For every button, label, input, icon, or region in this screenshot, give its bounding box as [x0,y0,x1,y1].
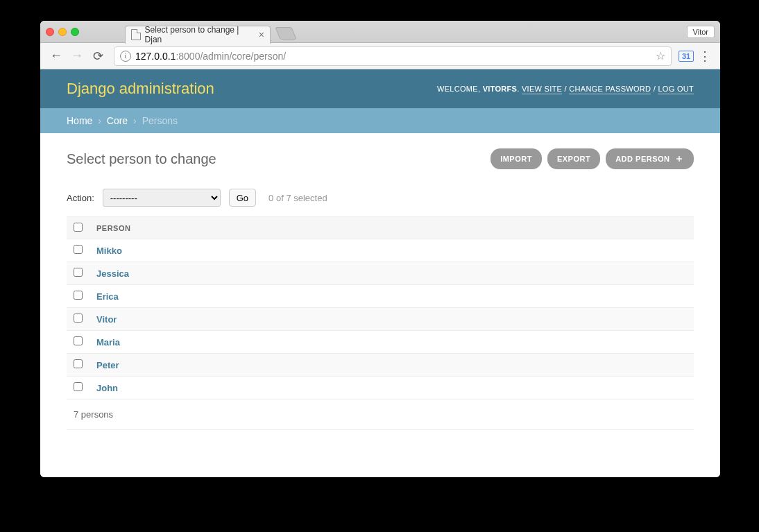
person-link[interactable]: Peter [96,360,119,370]
address-bar: ← → ⟳ i 127.0.0.1:8000/admin/core/person… [40,43,720,69]
object-tools: IMPORT EXPORT ADD PERSON＋ [491,148,694,169]
browser-menu-button[interactable]: ⋮ [697,49,713,64]
export-label: EXPORT [557,155,590,163]
site-info-icon[interactable]: i [120,51,131,62]
column-header-person[interactable]: PERSON [89,217,694,239]
person-link[interactable]: Vitor [96,314,117,325]
person-link[interactable]: Erica [96,291,119,302]
add-label: ADD PERSON [615,155,670,163]
table-row: Maria [67,331,694,354]
change-password-link[interactable]: CHANGE PASSWORD [569,85,651,94]
url-path: :8000/admin/core/person/ [176,51,286,62]
plus-icon: ＋ [674,153,685,165]
window-minimize-button[interactable] [58,28,67,36]
table-row: Vitor [67,308,694,331]
breadcrumb-current: Persons [142,115,178,126]
import-button[interactable]: IMPORT [491,148,542,169]
selection-counter: 0 of 7 selected [268,193,327,203]
user-tools: WELCOME, VITORFS. VIEW SITE / CHANGE PAS… [437,85,694,93]
new-tab-button[interactable] [275,27,296,40]
row-checkbox[interactable] [74,291,83,300]
view-site-link[interactable]: VIEW SITE [522,85,562,94]
welcome-label: WELCOME, [437,85,480,93]
page-title: Select person to change [67,151,216,167]
person-link[interactable]: Jessica [96,268,129,279]
row-checkbox[interactable] [74,245,83,254]
page-content: Django administration WELCOME, VITORFS. … [40,69,720,477]
browser-tab[interactable]: Select person to change | Djan × [125,26,271,44]
tab-title: Select person to change | Djan [145,25,255,44]
tab-strip: Select person to change | Djan × Vitor [40,21,720,43]
window-maximize-button[interactable] [71,28,79,36]
add-person-button[interactable]: ADD PERSON＋ [606,148,694,169]
row-checkbox[interactable] [74,268,83,277]
page-icon [131,29,141,40]
forward-button[interactable]: → [68,47,86,65]
username: VITORFS [483,85,518,93]
url-input[interactable]: i 127.0.0.1:8000/admin/core/person/ ☆ [114,46,672,66]
result-count: 7 persons [67,400,694,430]
window-close-button[interactable] [46,28,54,36]
profile-button[interactable]: Vitor [687,26,715,38]
browser-window: Select person to change | Djan × Vitor ←… [40,21,720,477]
table-row: Jessica [67,262,694,285]
breadcrumb-home[interactable]: Home [67,115,92,126]
tab-close-icon[interactable]: × [259,29,264,40]
person-link[interactable]: Mikko [96,246,122,256]
breadcrumb-core[interactable]: Core [107,115,128,126]
django-header: Django administration WELCOME, VITORFS. … [40,69,720,108]
person-link[interactable]: Maria [96,337,120,347]
go-button[interactable]: Go [229,189,256,207]
action-label: Action: [67,193,94,203]
person-table: PERSON MikkoJessicaEricaVitorMariaPeterJ… [67,216,694,400]
export-button[interactable]: EXPORT [547,148,600,169]
row-checkbox[interactable] [74,382,83,391]
breadcrumb: Home › Core › Persons [40,108,720,133]
table-row: Erica [67,285,694,308]
extension-icon[interactable]: 31 [679,51,694,62]
action-select[interactable]: --------- [103,189,221,207]
logout-link[interactable]: LOG OUT [658,85,694,94]
reload-button[interactable]: ⟳ [89,47,107,65]
table-row: Peter [67,354,694,377]
import-label: IMPORT [500,155,532,163]
back-button[interactable]: ← [47,47,65,65]
url-host: 127.0.0.1 [135,51,176,62]
select-all-checkbox[interactable] [74,223,83,232]
content-body: Select person to change IMPORT EXPORT AD… [40,133,720,445]
page-toolbar: Select person to change IMPORT EXPORT AD… [67,148,694,169]
row-checkbox[interactable] [74,314,83,323]
actions-bar: Action: --------- Go 0 of 7 selected [67,182,694,216]
table-row: John [67,377,694,400]
table-row: Mikko [67,239,694,262]
bookmark-icon[interactable]: ☆ [656,49,665,62]
person-link[interactable]: John [96,383,118,393]
brand-title[interactable]: Django administration [67,80,214,98]
row-checkbox[interactable] [74,359,83,368]
row-checkbox[interactable] [74,336,83,345]
